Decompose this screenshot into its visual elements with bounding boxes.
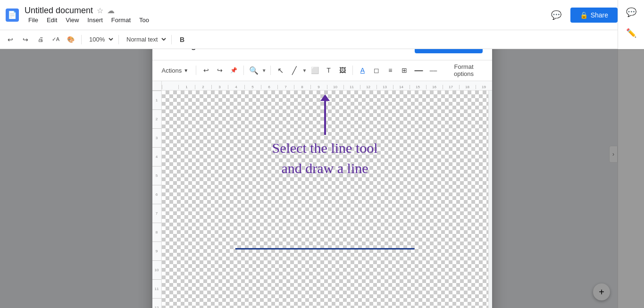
text-tool-button[interactable]: T — [323, 64, 335, 77]
line-weight-button[interactable]: — — [412, 64, 426, 77]
zoom-chevron-icon: ▼ — [262, 68, 267, 73]
actions-label: Actions — [162, 67, 182, 74]
share-label: Share — [591, 11, 608, 19]
style-select[interactable]: Normal text — [123, 34, 167, 44]
toolbar-divider-2 — [243, 66, 244, 75]
save-close-button[interactable]: Save and close — [415, 49, 483, 53]
ruler-mark: 5 — [244, 85, 261, 89]
menu-file[interactable]: File — [25, 16, 42, 25]
ruler-mark: 10 — [327, 85, 343, 89]
draw-redo-button[interactable]: ↪ — [214, 64, 226, 77]
ruler-v-mark: 7 — [152, 204, 161, 223]
menu-insert[interactable]: Insert — [84, 16, 107, 25]
docs-formatting-toolbar: ↩ ↪ 🖨 ✓A 🎨 100% Normal text B — [0, 30, 644, 49]
format-options-button[interactable]: Format options — [442, 61, 486, 79]
ruler-mark: 19 — [476, 85, 492, 89]
line-tool-button[interactable]: ╱ — [288, 64, 300, 77]
docs-topbar: 📄 Untitled document ☆ ☁ File Edit View I… — [0, 0, 644, 30]
docs-content: ☰ 1 2 3 4 5 6 7 8 9 Drawing — [0, 49, 644, 308]
ruler-corner — [152, 81, 162, 91]
instruction-text-line1: Select the line tool — [272, 140, 377, 156]
ruler-mark: 17 — [443, 85, 459, 89]
ruler-mark — [162, 85, 178, 89]
ruler-mark: 16 — [426, 85, 443, 89]
instruction-text-line2: and draw a line — [281, 160, 368, 176]
divider-3 — [171, 35, 172, 44]
divider-1 — [81, 35, 82, 44]
ruler-mark: 14 — [393, 85, 410, 89]
star-icon[interactable]: ☆ — [97, 6, 103, 15]
docs-title: Untitled document — [25, 6, 93, 16]
ruler-mark: 7 — [277, 85, 294, 89]
comments-icon[interactable]: 💬 — [548, 7, 565, 24]
ruler-mark: 15 — [410, 85, 426, 89]
ruler-v-mark: 11 — [152, 279, 161, 298]
menu-edit[interactable]: Edit — [43, 16, 61, 25]
docs-title-area: Untitled document ☆ ☁ File Edit View Ins… — [25, 6, 542, 25]
ruler-v-mark: 1 — [152, 91, 161, 109]
drawing-content: Select the line tool and draw a line — [162, 91, 488, 308]
draw-pin-button[interactable]: 📌 — [228, 64, 240, 77]
docs-menu: File Edit View Insert Format Too — [25, 16, 542, 25]
paint-format-button[interactable]: 🎨 — [64, 33, 77, 46]
zoom-select[interactable]: 100% — [85, 34, 115, 44]
menu-view[interactable]: View — [62, 16, 83, 25]
bold-button[interactable]: B — [176, 33, 189, 46]
drawn-line — [235, 248, 415, 250]
vertical-ruler: 1 2 3 4 5 6 7 8 9 10 11 — [152, 91, 162, 308]
vertical-scrollbar[interactable] — [488, 91, 492, 308]
dialog-canvas: 1 2 3 4 5 6 7 8 9 10 — [152, 81, 492, 308]
ruler-v-mark: 10 — [152, 260, 161, 279]
comments-sidebar-icon[interactable]: 💬 — [623, 4, 640, 21]
cloud-icon: ☁ — [107, 6, 115, 15]
draw-undo-button[interactable]: ↩ — [200, 64, 212, 77]
undo-button[interactable]: ↩ — [4, 33, 17, 46]
docs-app: 📄 Untitled document ☆ ☁ File Edit View I… — [0, 0, 644, 308]
ruler-mark: 1 — [178, 85, 195, 89]
ruler-mark: 6 — [261, 85, 277, 89]
line-dash-button[interactable]: – – — [427, 64, 440, 77]
ruler-mark: 11 — [343, 85, 360, 89]
ruler-v-mark: 3 — [152, 128, 161, 147]
ruler-mark: 13 — [376, 85, 393, 89]
ruler-mark: 9 — [310, 85, 327, 89]
divider-2 — [118, 35, 119, 44]
ruler-mark: 2 — [195, 85, 211, 89]
ruler-mark: 18 — [459, 85, 476, 89]
ruler-v-mark: 9 — [152, 241, 161, 260]
ruler-mark: 3 — [211, 85, 228, 89]
toolbar-divider-3 — [270, 66, 271, 75]
actions-chevron-icon: ▼ — [184, 68, 188, 73]
docs-logo-icon: 📄 — [6, 8, 19, 22]
ruler-v-mark: 8 — [152, 223, 161, 241]
ruler-v-mark: 2 — [152, 109, 161, 128]
print-button[interactable]: 🖨 — [34, 33, 47, 46]
arrange-button[interactable]: ⊞ — [398, 64, 410, 77]
menu-tools[interactable]: Too — [135, 16, 153, 25]
shape-tool-button[interactable]: ⬜ — [309, 64, 320, 77]
actions-button[interactable]: Actions ▼ — [158, 65, 192, 76]
select-tool-button[interactable]: ↖ — [275, 64, 286, 77]
ruler-v-mark: 4 — [152, 147, 161, 166]
border-color-button[interactable]: ◻ — [370, 64, 382, 77]
ruler-v-mark: 6 — [152, 185, 161, 204]
redo-button[interactable]: ↪ — [19, 33, 32, 46]
spellcheck-button[interactable]: ✓A — [49, 33, 62, 46]
share-button[interactable]: 🔒 Share — [570, 8, 618, 23]
fill-color-button[interactable]: A — [357, 64, 368, 77]
dialog-title: Drawing — [162, 49, 288, 50]
dialog-header: Drawing Auto-saved at 12:11:16 PM Save a… — [152, 49, 492, 60]
zoom-button[interactable]: 🔍 — [248, 64, 259, 77]
horizontal-ruler: 1 2 3 4 5 6 7 8 9 10 — [162, 81, 492, 91]
align-button[interactable]: ≡ — [385, 64, 396, 77]
lock-icon: 🔒 — [580, 11, 588, 19]
drawing-canvas[interactable]: Select the line tool and draw a line — [162, 91, 488, 308]
image-tool-button[interactable]: 🖼 — [336, 64, 348, 77]
menu-format[interactable]: Format — [108, 16, 134, 25]
arrow-stem — [324, 101, 326, 135]
ruler-v-mark: 12 — [152, 298, 161, 308]
line-chevron-icon: ▼ — [302, 68, 307, 73]
toolbar-divider-4 — [352, 66, 353, 75]
chat-icon[interactable]: ✏️ — [623, 25, 640, 42]
toolbar-divider-1 — [196, 66, 196, 75]
